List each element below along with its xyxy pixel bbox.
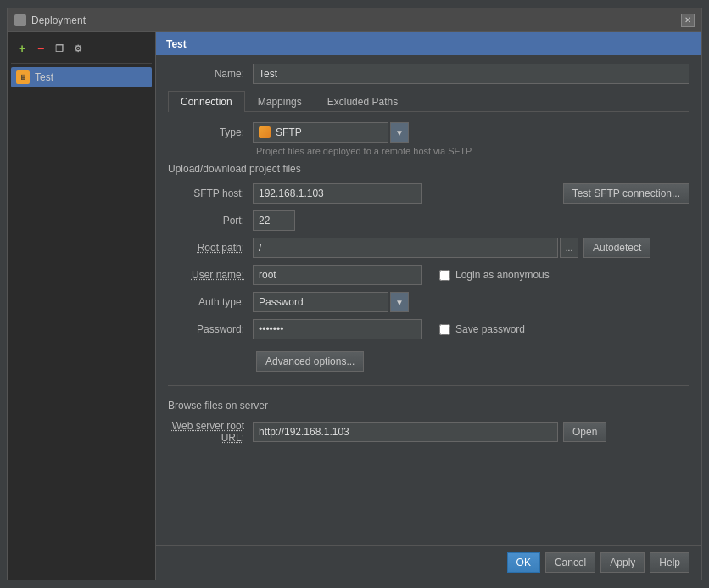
apply-button[interactable]: Apply: [600, 552, 645, 573]
title-bar: Deployment ✕: [8, 8, 701, 32]
type-select[interactable]: SFTP: [253, 122, 388, 143]
auth-type-dropdown-arrow[interactable]: ▼: [390, 292, 409, 312]
type-hint: Project files are deployed to a remote h…: [256, 146, 689, 156]
sidebar-item-label: Test: [35, 71, 53, 83]
port-row: Port:: [168, 210, 689, 231]
name-row: Name:: [168, 64, 689, 84]
root-path-wrap: ... Autodetect: [253, 238, 650, 258]
autodetect-button[interactable]: Autodetect: [583, 238, 650, 258]
type-value: SFTP: [276, 126, 302, 138]
upload-section-title: Upload/download project files: [168, 163, 689, 175]
auth-type-value: Password: [259, 296, 304, 308]
save-password-label: Save password: [455, 323, 525, 335]
tab-connection[interactable]: Connection: [168, 91, 245, 112]
window-body: + − ❐ ⚙ 🖥 Test Test Name:: [8, 32, 701, 580]
root-path-row: Root path: ... Autodetect: [168, 238, 689, 258]
root-path-label: Root path:: [168, 242, 253, 254]
main-panel: Test Name: Connection Mappings: [156, 32, 701, 580]
username-input[interactable]: [253, 265, 422, 285]
advanced-options-button[interactable]: Advanced options...: [256, 351, 364, 372]
sftp-host-label: SFTP host:: [168, 188, 253, 199]
password-label: Password:: [168, 323, 253, 335]
tab-excluded-paths[interactable]: Excluded Paths: [315, 91, 410, 112]
panel-content: Name: Connection Mappings Excluded Paths: [156, 55, 701, 545]
auth-type-label: Auth type:: [168, 296, 253, 308]
name-label: Name:: [168, 68, 253, 80]
advanced-btn-row: Advanced options...: [256, 351, 689, 372]
footer-bar: OK Cancel Apply Help: [156, 545, 701, 580]
panel-header: Test: [156, 32, 701, 55]
sidebar: + − ❐ ⚙ 🖥 Test: [8, 32, 156, 580]
web-url-label: Web server root URL:: [168, 420, 253, 444]
remove-server-button[interactable]: −: [33, 41, 48, 56]
save-password-row: Save password: [439, 323, 525, 335]
auth-type-select-wrap: Password ▼: [253, 292, 409, 312]
save-password-checkbox[interactable]: [439, 324, 450, 335]
window-icon: [14, 14, 26, 26]
tabs: Connection Mappings Excluded Paths: [168, 91, 689, 112]
divider: [168, 385, 689, 386]
add-server-button[interactable]: +: [14, 41, 30, 56]
root-path-input[interactable]: [253, 238, 558, 258]
deployment-window: Deployment ✕ + − ❐ ⚙ 🖥 Test Test: [7, 8, 702, 580]
login-anonymous-checkbox[interactable]: [439, 270, 450, 281]
browse-section-title: Browse files on server: [168, 400, 689, 412]
name-input[interactable]: [253, 64, 689, 84]
open-button[interactable]: Open: [563, 422, 606, 442]
cancel-button[interactable]: Cancel: [545, 552, 595, 573]
password-input[interactable]: [253, 319, 422, 339]
type-label: Type:: [168, 126, 253, 138]
password-row: Password: Save password: [168, 319, 689, 339]
type-dropdown-arrow[interactable]: ▼: [390, 122, 409, 143]
login-anonymous-row: Login as anonymous: [439, 269, 550, 281]
web-url-row: Web server root URL: Open: [168, 420, 689, 444]
type-row: Type: SFTP ▼: [168, 122, 689, 143]
window-title: Deployment: [31, 14, 86, 26]
settings-button[interactable]: ⚙: [70, 41, 86, 56]
copy-server-button[interactable]: ❐: [52, 41, 67, 56]
username-row: User name: Login as anonymous: [168, 265, 689, 285]
tab-mappings[interactable]: Mappings: [245, 91, 315, 112]
port-input[interactable]: [253, 210, 295, 231]
auth-type-select[interactable]: Password: [253, 292, 388, 312]
sidebar-toolbar: + − ❐ ⚙: [11, 37, 152, 64]
title-bar-left: Deployment: [14, 14, 86, 26]
port-label: Port:: [168, 215, 253, 227]
web-url-input[interactable]: [253, 422, 558, 442]
server-icon: 🖥: [16, 70, 30, 84]
auth-type-row: Auth type: Password ▼: [168, 292, 689, 312]
ok-button[interactable]: OK: [507, 552, 540, 573]
type-select-wrap: SFTP ▼: [253, 122, 409, 143]
login-anonymous-label: Login as anonymous: [455, 269, 550, 281]
panel-title: Test: [166, 38, 187, 50]
sftp-host-row: SFTP host: Test SFTP connection...: [168, 183, 689, 204]
browse-button[interactable]: ...: [560, 238, 578, 258]
sidebar-item-test[interactable]: 🖥 Test: [11, 67, 152, 87]
sftp-host-input[interactable]: [253, 183, 422, 204]
sftp-icon: [259, 126, 271, 138]
test-connection-button[interactable]: Test SFTP connection...: [563, 183, 689, 204]
close-button[interactable]: ✕: [681, 14, 695, 27]
help-button[interactable]: Help: [650, 552, 689, 573]
username-label: User name:: [168, 269, 253, 281]
